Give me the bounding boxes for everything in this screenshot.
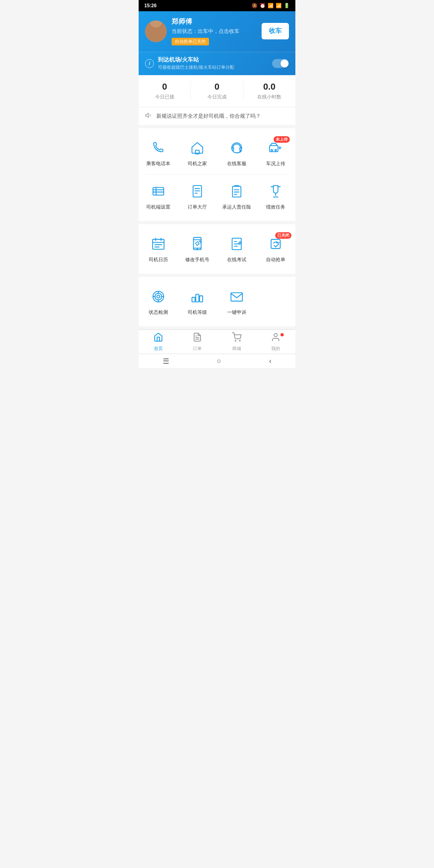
alarm-icon: ⏰ [260,3,266,8]
grid-row-3: 司机日历 修改手机号 [139,227,295,270]
svg-point-46 [240,340,240,341]
auto-grab-label: 自动抢单 [266,256,285,263]
change-phone-label: 修改手机号 [185,256,209,263]
profile-info: 郑师傅 当前状态：出车中，点击收车 自动抢单已关闭 [172,17,257,45]
stat-completed-value: 0 [191,82,243,92]
svg-point-29 [197,249,198,250]
grid-item-status-check[interactable]: 状态检测 [139,284,178,319]
exam-icon [227,235,246,253]
airport-title: 到达机场/火车站 [158,56,268,63]
grid-item-driver-settings[interactable]: 司机端设置 [139,179,178,214]
notice-bar: 新规说证照齐全才是好司机哦，你合规了吗？ [139,107,295,128]
header: 郑师傅 当前状态：出车中，点击收车 自动抢单已关闭 收车 [139,11,295,52]
menu-icon[interactable]: ☰ [163,357,169,366]
nav-mine-label: 我的 [271,346,280,352]
notice-text: 新规说证照齐全才是好司机哦，你合规了吗？ [156,113,261,120]
stats-row: 0 今日已接 0 今日完成 0.0 在线小时数 [139,75,295,107]
phone-edit-icon [188,235,207,253]
bottom-nav: 首页 订单 商城 [139,330,295,354]
mine-nav-icon [271,332,280,344]
grid-section-2: 司机日历 修改手机号 [139,224,295,274]
calendar-icon [149,235,168,253]
collect-button[interactable]: 收车 [262,23,289,39]
shop-nav-icon [232,332,242,344]
avatar [145,20,167,42]
svg-point-7 [275,149,276,151]
home-icon [188,139,207,157]
ranking-icon [188,287,207,306]
home-nav-icon [154,332,163,344]
grid-row-1: 乘客电话本 司机之家 在线客服 [139,131,295,174]
driver-name: 郑师傅 [172,17,257,26]
nav-shop[interactable]: 商城 [217,330,256,354]
grid-row-4: 状态检测 司机等级 一键申诉 [139,280,295,323]
clipboard-icon [227,182,246,201]
grid-item-driver-calendar[interactable]: 司机日历 [139,231,178,266]
car-status-label: 车况上传 [266,160,285,167]
grid-item-complaint[interactable]: 一键申诉 [217,284,256,319]
svg-rect-41 [200,296,203,302]
carrier-insurance-label: 承运人责任险 [222,204,251,211]
nav-orders-label: 订单 [193,346,202,352]
back-icon[interactable]: ‹ [269,357,271,365]
grid-item-auto-grab[interactable]: 已关闭 自动抢单 [256,231,296,266]
status-icons: 🔕 ⏰ 📶 📶 🔋 [252,3,290,8]
driver-calendar-label: 司机日历 [149,256,168,263]
airport-banner: i 到达机场/火车站 可接收超级巴士接机/接火车站订单分配 [139,52,295,75]
grid-item-carrier-insurance[interactable]: 承运人责任险 [217,179,256,214]
grid-item-online-service[interactable]: 在线客服 [217,135,256,170]
grid-section-1: 乘客电话本 司机之家 在线客服 [139,128,295,221]
stat-completed-label: 今日完成 [191,94,243,100]
online-service-label: 在线客服 [227,160,246,167]
nav-dot [280,333,284,336]
grid-item-car-status[interactable]: 未上传 车况上传 [256,135,296,170]
stat-received: 0 今日已接 [139,82,190,100]
airport-toggle[interactable] [272,59,289,68]
nav-orders[interactable]: 订单 [178,330,217,354]
grid-item-passenger-phone[interactable]: 乘客电话本 [139,135,178,170]
battery-icon: 🔋 [284,3,290,8]
nav-home-label: 首页 [154,346,163,352]
signal-icon: 📶 [276,3,282,8]
svg-rect-40 [196,294,199,302]
grid-item-online-exam[interactable]: 在线考试 [217,231,256,266]
stat-hours-label: 在线小时数 [244,94,295,100]
mute-icon: 🔕 [252,3,258,8]
profile-row: 郑师傅 当前状态：出车中，点击收车 自动抢单已关闭 收车 [145,17,289,45]
grid-item-driver-level[interactable]: 司机等级 [178,284,217,319]
stat-completed: 0 今日完成 [190,82,243,100]
svg-rect-39 [192,297,195,302]
toggle-knob [280,59,289,68]
online-exam-label: 在线考试 [227,256,246,263]
grid-empty-slot [256,284,296,319]
driver-status: 当前状态：出车中，点击收车 [172,28,257,35]
svg-rect-5 [270,145,278,151]
trophy-icon [266,182,285,201]
nav-shop-label: 商城 [232,346,241,352]
airport-subtitle: 可接收超级巴士接机/接火车站订单分配 [158,64,268,70]
grid-item-order-hall[interactable]: 订单大厅 [178,179,217,214]
svg-marker-0 [146,113,149,118]
home-system-icon[interactable]: ○ [217,357,221,365]
nav-mine[interactable]: 我的 [256,330,296,354]
stat-received-value: 0 [139,82,190,92]
grid-item-change-phone[interactable]: 修改手机号 [178,231,217,266]
stat-received-label: 今日已接 [139,94,190,100]
settings-icon [149,182,168,201]
svg-point-33 [155,293,162,300]
info-icon: i [145,59,154,68]
status-check-label: 状态检测 [149,309,168,316]
driver-home-label: 司机之家 [188,160,207,167]
grid-row-2: 司机端设置 订单大厅 [139,175,295,218]
driver-settings-label: 司机端设置 [146,204,170,211]
orders-nav-icon [192,332,202,344]
grid-item-driver-home[interactable]: 司机之家 [178,135,217,170]
mail-icon [227,287,246,306]
headset-icon [227,139,246,157]
nav-home[interactable]: 首页 [139,330,178,354]
svg-point-6 [271,149,273,151]
grid-item-performance[interactable]: 绩效任务 [256,179,296,214]
svg-rect-42 [231,293,243,301]
complaint-label: 一键申诉 [227,309,246,316]
order-hall-label: 订单大厅 [188,204,207,211]
